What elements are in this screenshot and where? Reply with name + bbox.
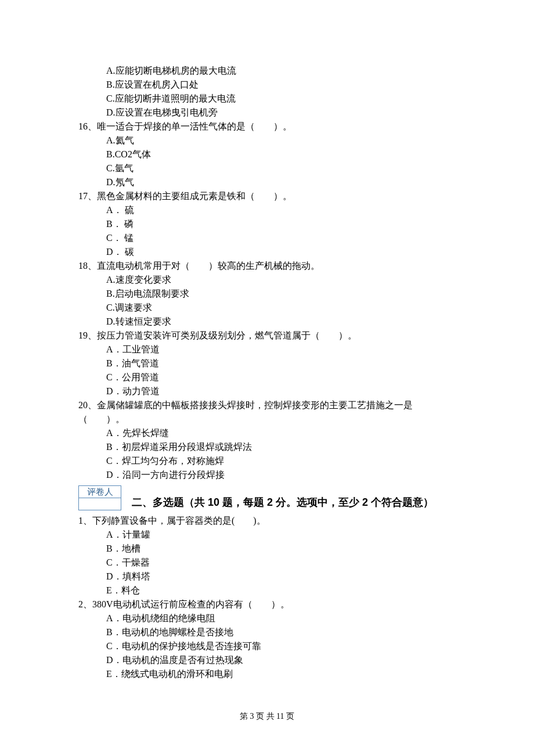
q16-option-a: A.氦气 <box>78 134 456 147</box>
q15-option-c: C.应能切断井道照明的最大电流 <box>78 92 456 106</box>
q17-option-b: B． 磷 <box>78 217 456 231</box>
q20-option-b: B．初层焊道采用分段退焊或跳焊法 <box>78 440 456 454</box>
q20-stem: 20、金属储罐罐底的中幅板搭接接头焊接时，控制焊接变形的主要工艺措施之一是（ ）… <box>78 398 456 426</box>
q19-option-b: B．油气管道 <box>78 357 456 370</box>
q16-option-d: D.氖气 <box>78 175 456 189</box>
q17-option-c: C． 锰 <box>78 231 456 245</box>
q17-stem: 17、黑色金属材料的主要组成元素是铁和（ ）。 <box>78 189 456 203</box>
mq2-option-c: C．电动机的保护接地线是否连接可靠 <box>78 639 456 653</box>
mq1-option-e: E．料仓 <box>78 584 456 597</box>
q20-option-d: D．沿同一方向进行分段焊接 <box>78 468 456 482</box>
q19-stem: 19、按压力管道安装许可类别及级别划分，燃气管道属于（ ）。 <box>78 329 456 343</box>
grader-box: 评卷人 <box>78 485 121 510</box>
document-page: A.应能切断电梯机房的最大电流 B.应设置在机房入口处 C.应能切断井道照明的最… <box>0 0 534 756</box>
q15-option-d: D.应设置在电梯曳引电机旁 <box>78 106 456 120</box>
page-footer: 第 3 页 共 11 页 <box>78 710 456 722</box>
mq2-option-e: E．绕线式电动机的滑环和电刷 <box>78 667 456 681</box>
q18-option-a: A.速度变化要求 <box>78 273 456 287</box>
q19-option-c: C．公用管道 <box>78 370 456 384</box>
q18-option-d: D.转速恒定要求 <box>78 315 456 329</box>
mq2-option-d: D．电动机的温度是否有过热现象 <box>78 653 456 667</box>
q15-option-b: B.应设置在机房入口处 <box>78 78 456 92</box>
q18-stem: 18、直流电动机常用于对（ ）较高的生产机械的拖动。 <box>78 259 456 273</box>
mq2-stem: 2、380V电动机试运行前应检查的内容有（ ）。 <box>78 597 456 611</box>
q15-option-a: A.应能切断电梯机房的最大电流 <box>78 64 456 78</box>
q17-option-d: D． 碳 <box>78 245 456 259</box>
q16-option-c: C.氩气 <box>78 161 456 175</box>
mq1-stem: 1、下列静置设备中，属于容器类的是( )。 <box>78 514 456 528</box>
q19-option-a: A．工业管道 <box>78 343 456 357</box>
mq2-option-b: B．电动机的地脚螺栓是否接地 <box>78 625 456 639</box>
mq1-option-c: C．干燥器 <box>78 556 456 570</box>
q20-option-a: A．先焊长焊缝 <box>78 426 456 440</box>
q18-option-c: C.调速要求 <box>78 301 456 315</box>
q20-option-c: C．焊工均匀分布，对称施焊 <box>78 454 456 468</box>
grader-label: 评卷人 <box>79 486 121 498</box>
q17-option-a: A． 硫 <box>78 203 456 217</box>
q18-option-b: B.启动电流限制要求 <box>78 287 456 301</box>
grader-empty-cell <box>79 498 121 510</box>
mq1-option-b: B．地槽 <box>78 542 456 556</box>
q16-stem: 16、唯一适合于焊接的单一活性气体的是（ ）。 <box>78 120 456 134</box>
q19-option-d: D．动力管道 <box>78 384 456 398</box>
mq1-option-d: D．填料塔 <box>78 570 456 584</box>
mq2-option-a: A．电动机绕组的绝缘电阻 <box>78 611 456 625</box>
mq1-option-a: A．计量罐 <box>78 528 456 542</box>
section-2-title: 二、多选题（共 10 题，每题 2 分。选项中，至少 2 个符合题意） <box>132 495 434 510</box>
section-header-row: 评卷人 二、多选题（共 10 题，每题 2 分。选项中，至少 2 个符合题意） <box>78 485 456 510</box>
q16-option-b: B.CO2气体 <box>78 147 456 161</box>
